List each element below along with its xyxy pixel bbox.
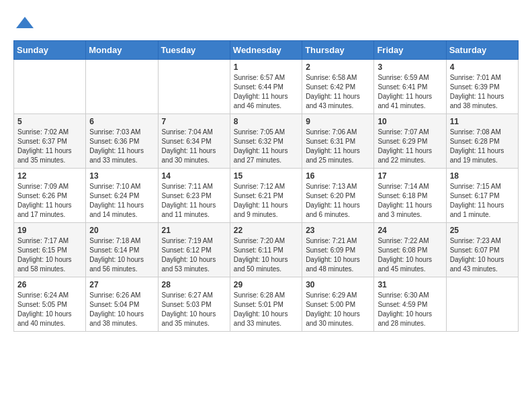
logo: [13, 13, 35, 34]
calendar-week-row: 19Sunrise: 7:17 AM Sunset: 6:15 PM Dayli…: [14, 223, 519, 277]
day-info: Sunrise: 7:13 AM Sunset: 6:20 PM Dayligh…: [306, 182, 370, 220]
day-number: 30: [306, 280, 370, 289]
day-info: Sunrise: 6:30 AM Sunset: 4:59 PM Dayligh…: [378, 291, 442, 328]
weekday-header-row: SundayMondayTuesdayWednesdayThursdayFrid…: [14, 41, 519, 60]
calendar-cell: 18Sunrise: 7:15 AM Sunset: 6:17 PM Dayli…: [446, 169, 518, 223]
calendar-cell: 5Sunrise: 7:02 AM Sunset: 6:37 PM Daylig…: [14, 114, 86, 169]
day-info: Sunrise: 7:20 AM Sunset: 6:11 PM Dayligh…: [234, 236, 298, 274]
weekday-header-wednesday: Wednesday: [230, 41, 302, 60]
day-info: Sunrise: 6:57 AM Sunset: 6:44 PM Dayligh…: [234, 73, 298, 111]
day-info: Sunrise: 7:02 AM Sunset: 6:37 PM Dayligh…: [17, 128, 82, 165]
calendar-cell: 29Sunrise: 6:28 AM Sunset: 5:01 PM Dayli…: [230, 277, 302, 332]
calendar-table: SundayMondayTuesdayWednesdayThursdayFrid…: [13, 40, 519, 332]
logo-icon: [15, 13, 35, 34]
day-number: 23: [306, 226, 370, 235]
day-number: 5: [17, 117, 82, 126]
day-info: Sunrise: 6:26 AM Sunset: 5:04 PM Dayligh…: [89, 291, 154, 328]
calendar-cell: 26Sunrise: 6:24 AM Sunset: 5:05 PM Dayli…: [14, 277, 86, 332]
calendar-cell: [158, 60, 230, 114]
calendar-week-row: 5Sunrise: 7:02 AM Sunset: 6:37 PM Daylig…: [14, 114, 519, 169]
svg-marker-0: [16, 17, 34, 28]
day-info: Sunrise: 7:14 AM Sunset: 6:18 PM Dayligh…: [378, 182, 442, 220]
day-number: 11: [450, 117, 515, 126]
day-number: 14: [162, 171, 226, 181]
day-number: 9: [306, 117, 370, 126]
calendar-cell: 16Sunrise: 7:13 AM Sunset: 6:20 PM Dayli…: [302, 169, 374, 223]
day-info: Sunrise: 6:27 AM Sunset: 5:03 PM Dayligh…: [162, 291, 226, 328]
day-number: 12: [17, 171, 82, 181]
day-info: Sunrise: 7:04 AM Sunset: 6:34 PM Dayligh…: [162, 128, 226, 165]
day-number: 1: [234, 62, 298, 72]
day-number: 8: [234, 117, 298, 126]
day-info: Sunrise: 7:11 AM Sunset: 6:23 PM Dayligh…: [162, 182, 226, 220]
day-number: 29: [234, 280, 298, 289]
day-info: Sunrise: 7:17 AM Sunset: 6:15 PM Dayligh…: [17, 236, 82, 274]
calendar-week-row: 12Sunrise: 7:09 AM Sunset: 6:26 PM Dayli…: [14, 169, 519, 223]
day-info: Sunrise: 7:21 AM Sunset: 6:09 PM Dayligh…: [306, 236, 370, 274]
day-info: Sunrise: 7:18 AM Sunset: 6:14 PM Dayligh…: [89, 236, 154, 274]
day-number: 17: [378, 171, 442, 181]
calendar-cell: 15Sunrise: 7:12 AM Sunset: 6:21 PM Dayli…: [230, 169, 302, 223]
calendar-cell: 25Sunrise: 7:23 AM Sunset: 6:07 PM Dayli…: [446, 223, 518, 277]
calendar-cell: [14, 60, 86, 114]
calendar-cell: 7Sunrise: 7:04 AM Sunset: 6:34 PM Daylig…: [158, 114, 230, 169]
calendar-week-row: 26Sunrise: 6:24 AM Sunset: 5:05 PM Dayli…: [14, 277, 519, 332]
calendar-cell: 10Sunrise: 7:07 AM Sunset: 6:29 PM Dayli…: [374, 114, 446, 169]
calendar-cell: 22Sunrise: 7:20 AM Sunset: 6:11 PM Dayli…: [230, 223, 302, 277]
day-info: Sunrise: 7:03 AM Sunset: 6:36 PM Dayligh…: [89, 128, 154, 165]
day-number: 27: [89, 280, 154, 289]
day-number: 2: [306, 62, 370, 72]
calendar-cell: [86, 60, 158, 114]
calendar-week-row: 1Sunrise: 6:57 AM Sunset: 6:44 PM Daylig…: [14, 60, 519, 114]
day-info: Sunrise: 6:28 AM Sunset: 5:01 PM Dayligh…: [234, 291, 298, 328]
day-number: 15: [234, 171, 298, 181]
calendar-cell: 31Sunrise: 6:30 AM Sunset: 4:59 PM Dayli…: [374, 277, 446, 332]
calendar-cell: 27Sunrise: 6:26 AM Sunset: 5:04 PM Dayli…: [86, 277, 158, 332]
weekday-header-monday: Monday: [86, 41, 158, 60]
calendar-cell: 30Sunrise: 6:29 AM Sunset: 5:00 PM Dayli…: [302, 277, 374, 332]
day-info: Sunrise: 7:10 AM Sunset: 6:24 PM Dayligh…: [89, 182, 154, 220]
day-number: 10: [378, 117, 442, 126]
day-number: 22: [234, 226, 298, 235]
calendar-cell: 13Sunrise: 7:10 AM Sunset: 6:24 PM Dayli…: [86, 169, 158, 223]
day-info: Sunrise: 7:19 AM Sunset: 6:12 PM Dayligh…: [162, 236, 226, 274]
day-number: 28: [162, 280, 226, 289]
calendar-cell: 3Sunrise: 6:59 AM Sunset: 6:41 PM Daylig…: [374, 60, 446, 114]
day-number: 7: [162, 117, 226, 126]
weekday-header-friday: Friday: [374, 41, 446, 60]
calendar-cell: 6Sunrise: 7:03 AM Sunset: 6:36 PM Daylig…: [86, 114, 158, 169]
day-info: Sunrise: 7:08 AM Sunset: 6:28 PM Dayligh…: [450, 128, 515, 165]
calendar-cell: 21Sunrise: 7:19 AM Sunset: 6:12 PM Dayli…: [158, 223, 230, 277]
calendar-cell: 4Sunrise: 7:01 AM Sunset: 6:39 PM Daylig…: [446, 60, 518, 114]
day-number: 20: [89, 226, 154, 235]
day-info: Sunrise: 7:05 AM Sunset: 6:32 PM Dayligh…: [234, 128, 298, 165]
calendar-cell: 14Sunrise: 7:11 AM Sunset: 6:23 PM Dayli…: [158, 169, 230, 223]
day-number: 24: [378, 226, 442, 235]
page-header: [13, 13, 519, 34]
weekday-header-thursday: Thursday: [302, 41, 374, 60]
day-number: 31: [378, 280, 442, 289]
day-info: Sunrise: 6:24 AM Sunset: 5:05 PM Dayligh…: [17, 291, 82, 328]
day-info: Sunrise: 7:06 AM Sunset: 6:31 PM Dayligh…: [306, 128, 370, 165]
day-info: Sunrise: 6:58 AM Sunset: 6:42 PM Dayligh…: [306, 73, 370, 111]
calendar-cell: 19Sunrise: 7:17 AM Sunset: 6:15 PM Dayli…: [14, 223, 86, 277]
day-info: Sunrise: 7:23 AM Sunset: 6:07 PM Dayligh…: [450, 236, 515, 274]
day-info: Sunrise: 6:29 AM Sunset: 5:00 PM Dayligh…: [306, 291, 370, 328]
day-info: Sunrise: 7:01 AM Sunset: 6:39 PM Dayligh…: [450, 73, 515, 111]
calendar-cell: 20Sunrise: 7:18 AM Sunset: 6:14 PM Dayli…: [86, 223, 158, 277]
day-number: 3: [378, 62, 442, 72]
day-number: 26: [17, 280, 82, 289]
weekday-header-sunday: Sunday: [14, 41, 86, 60]
calendar-cell: 17Sunrise: 7:14 AM Sunset: 6:18 PM Dayli…: [374, 169, 446, 223]
weekday-header-saturday: Saturday: [446, 41, 518, 60]
calendar-cell: 11Sunrise: 7:08 AM Sunset: 6:28 PM Dayli…: [446, 114, 518, 169]
day-number: 25: [450, 226, 515, 235]
calendar-cell: 9Sunrise: 7:06 AM Sunset: 6:31 PM Daylig…: [302, 114, 374, 169]
day-number: 16: [306, 171, 370, 181]
calendar-cell: 12Sunrise: 7:09 AM Sunset: 6:26 PM Dayli…: [14, 169, 86, 223]
day-number: 13: [89, 171, 154, 181]
day-number: 21: [162, 226, 226, 235]
day-number: 18: [450, 171, 515, 181]
calendar-cell: 2Sunrise: 6:58 AM Sunset: 6:42 PM Daylig…: [302, 60, 374, 114]
day-number: 19: [17, 226, 82, 235]
